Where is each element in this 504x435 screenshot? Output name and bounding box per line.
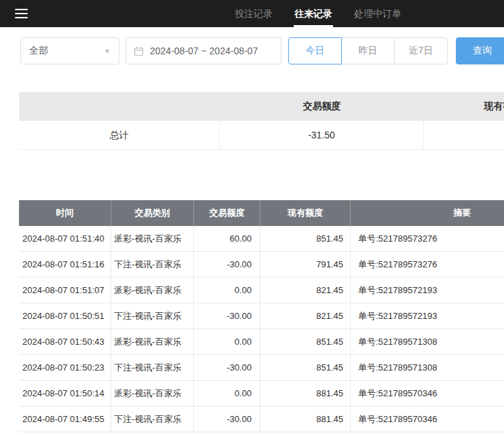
cell-amount: -30.00 — [193, 406, 260, 432]
cell-category: 派彩-视讯-百家乐 — [111, 278, 193, 303]
cell-time: 2024-08-07 01:50:51 — [19, 303, 111, 328]
top-navigation-bar: 投注记录 往来记录 处理中订单 — [0, 0, 504, 27]
type-select-value: 全部 — [29, 45, 48, 57]
cell-time: 2024-08-07 01:50:43 — [19, 329, 111, 354]
cell-amount: -30.00 — [193, 303, 260, 328]
app-screen: 投注记录 往来记录 处理中订单 全部 ▼ 2024-08-07 ~ 2024-0… — [0, 0, 504, 435]
cell-time: 2024-08-07 01:51:40 — [19, 226, 111, 251]
cell-category: 派彩-视讯-百家乐 — [111, 381, 193, 406]
last7days-button[interactable]: 近7日 — [394, 37, 448, 64]
table-row: 2024-08-07 01:51:07 派彩-视讯-百家乐 0.00 821.4… — [19, 278, 504, 303]
cell-summary: 单号:521789570346 — [350, 381, 504, 406]
cell-time: 2024-08-07 01:51:16 — [19, 252, 111, 277]
cell-category: 派彩-视讯-百家乐 — [111, 226, 193, 251]
query-button[interactable]: 查询 — [456, 37, 504, 64]
cell-time: 2024-08-07 01:49:55 — [19, 406, 111, 432]
summary-header-amount: 交易额度 — [220, 100, 424, 113]
cell-balance: 881.45 — [260, 406, 350, 432]
cell-balance: 821.45 — [260, 278, 350, 303]
hamburger-menu-icon[interactable] — [15, 9, 28, 18]
calendar-icon — [134, 46, 144, 56]
cell-category: 下注-视讯-百家乐 — [111, 303, 193, 328]
today-button[interactable]: 今日 — [288, 37, 342, 64]
cell-summary: 单号:521789570346 — [350, 406, 504, 432]
cell-amount: 0.00 — [193, 329, 260, 354]
chevron-down-icon: ▼ — [104, 48, 111, 55]
quick-date-buttons: 今日 昨日 近7日 — [288, 37, 448, 64]
summary-header-balance: 现有额度 — [424, 100, 504, 113]
cell-time: 2024-08-07 01:51:07 — [19, 278, 111, 303]
record-tabs: 投注记录 往来记录 处理中订单 — [224, 0, 412, 27]
date-range-value: 2024-08-07 ~ 2024-08-07 — [150, 45, 258, 56]
header-time: 时间 — [19, 200, 111, 226]
cell-balance: 881.45 — [260, 381, 350, 406]
cell-time: 2024-08-07 01:50:23 — [19, 355, 111, 380]
cell-balance: 851.45 — [260, 226, 350, 251]
cell-balance: 821.45 — [260, 303, 350, 328]
cell-summary: 单号:521789573276 — [350, 226, 504, 251]
records-table: 时间 交易类别 交易额度 现有额度 摘要 2024-08-07 01:51:40… — [19, 200, 504, 432]
table-row: 2024-08-07 01:50:43 派彩-视讯-百家乐 0.00 851.4… — [19, 329, 504, 355]
summary-table: 交易额度 现有额度 总计 -31.50 — [19, 92, 504, 150]
header-category: 交易类别 — [111, 200, 193, 226]
cell-amount: -30.00 — [193, 355, 260, 380]
cell-summary: 单号:521789573276 — [350, 252, 504, 277]
cell-amount: 60.00 — [193, 226, 260, 251]
summary-total-balance — [424, 121, 504, 149]
header-amount: 交易额度 — [193, 200, 260, 226]
cell-balance: 851.45 — [260, 329, 350, 354]
header-summary: 摘要 — [350, 200, 504, 226]
yesterday-button[interactable]: 昨日 — [341, 37, 395, 64]
summary-total-amount: -31.50 — [220, 121, 424, 149]
cell-amount: -30.00 — [193, 252, 260, 277]
summary-total-row: 总计 -31.50 — [19, 121, 504, 150]
cell-category: 下注-视讯-百家乐 — [111, 252, 193, 277]
records-header-row: 时间 交易类别 交易额度 现有额度 摘要 — [19, 200, 504, 226]
table-row: 2024-08-07 01:51:16 下注-视讯-百家乐 -30.00 791… — [19, 252, 504, 278]
table-row: 2024-08-07 01:50:14 派彩-视讯-百家乐 0.00 881.4… — [19, 381, 504, 406]
cell-balance: 851.45 — [260, 355, 350, 380]
filter-bar: 全部 ▼ 2024-08-07 ~ 2024-08-07 今日 昨日 近7日 查… — [20, 37, 504, 64]
table-row: 2024-08-07 01:51:40 派彩-视讯-百家乐 60.00 851.… — [19, 226, 504, 252]
table-row: 2024-08-07 01:49:55 下注-视讯-百家乐 -30.00 881… — [19, 406, 504, 432]
summary-total-label: 总计 — [19, 121, 220, 149]
header-balance: 现有额度 — [260, 200, 350, 226]
table-row: 2024-08-07 01:50:23 下注-视讯-百家乐 -30.00 851… — [19, 355, 504, 381]
cell-category: 下注-视讯-百家乐 — [111, 355, 193, 380]
cell-time: 2024-08-07 01:50:14 — [19, 381, 111, 406]
tab-processing-orders[interactable]: 处理中订单 — [343, 0, 412, 27]
type-select[interactable]: 全部 ▼ — [20, 37, 119, 64]
cell-summary: 单号:521789571308 — [350, 329, 504, 354]
cell-category: 派彩-视讯-百家乐 — [111, 329, 193, 354]
date-range-input[interactable]: 2024-08-07 ~ 2024-08-07 — [125, 37, 282, 64]
cell-summary: 单号:521789571308 — [350, 355, 504, 380]
cell-amount: 0.00 — [193, 278, 260, 303]
cell-category: 下注-视讯-百家乐 — [111, 406, 193, 432]
cell-summary: 单号:521789572193 — [350, 303, 504, 328]
cell-amount: 0.00 — [193, 381, 260, 406]
tab-bet-records[interactable]: 投注记录 — [224, 0, 284, 27]
summary-header-row: 交易额度 现有额度 — [19, 92, 504, 121]
cell-balance: 791.45 — [260, 252, 350, 277]
tab-transaction-records[interactable]: 往来记录 — [284, 0, 343, 27]
cell-summary: 单号:521789572193 — [350, 278, 504, 303]
table-row: 2024-08-07 01:50:51 下注-视讯-百家乐 -30.00 821… — [19, 303, 504, 329]
